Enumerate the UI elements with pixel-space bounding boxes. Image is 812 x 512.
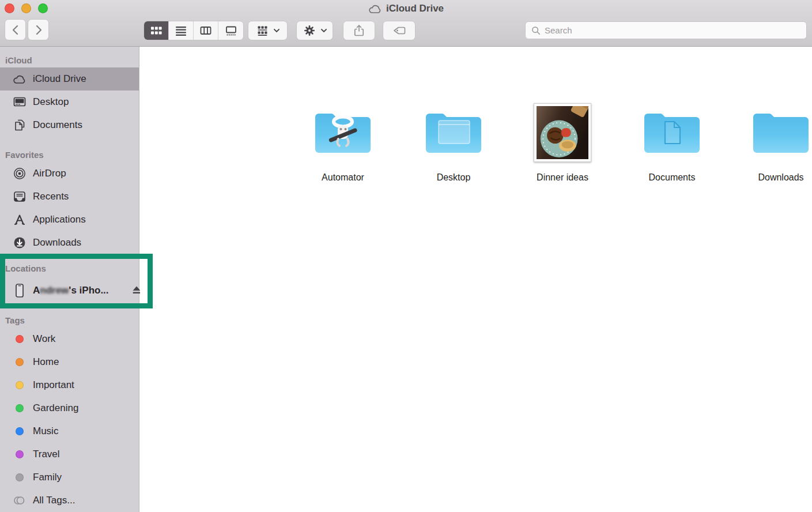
share-button[interactable] xyxy=(343,21,375,40)
title-toolbar: iCloud Drive xyxy=(0,0,812,47)
sidebar-item-label: Applications xyxy=(33,214,86,225)
cloud-icon xyxy=(368,4,382,14)
folder-icon xyxy=(410,103,497,162)
tag-label: Work xyxy=(33,333,55,345)
desktop-icon xyxy=(13,95,27,109)
sidebar-item-tag-music[interactable]: Music xyxy=(0,420,139,443)
sidebar-item-airdrop[interactable]: AirDrop xyxy=(0,162,139,185)
folder-icon xyxy=(629,103,715,162)
sidebar-item-downloads[interactable]: Downloads xyxy=(0,231,139,254)
list-view-icon xyxy=(174,24,188,37)
sidebar-item-documents[interactable]: Documents xyxy=(0,114,139,137)
sidebar-item-label: iCloud Drive xyxy=(33,73,86,85)
sidebar-item-iphone[interactable]: Andrew's iPho... xyxy=(0,279,139,302)
sidebar-item-recents[interactable]: Recents xyxy=(0,185,139,208)
folder-automator[interactable]: Automator xyxy=(300,103,386,162)
device-name-obscured: ndrew xyxy=(40,285,69,296)
tag-label: Travel xyxy=(33,449,60,460)
tag-dot-orange xyxy=(16,358,24,366)
search-field[interactable] xyxy=(525,21,807,39)
chevron-right-icon xyxy=(33,24,44,36)
folder-desktop[interactable]: Desktop xyxy=(410,103,497,162)
list-view-button[interactable] xyxy=(169,21,194,40)
downloads-circle-icon xyxy=(13,236,27,250)
device-name: Andrew's iPho... xyxy=(33,285,109,296)
sidebar-item-icloud-drive[interactable]: iCloud Drive xyxy=(0,67,139,91)
tag-label: Family xyxy=(33,472,62,483)
folder-icon xyxy=(300,103,386,162)
folder-downloads[interactable]: Downloads xyxy=(738,103,812,162)
airdrop-icon xyxy=(13,167,27,180)
tag-dot-gray xyxy=(16,473,24,481)
file-label: Downloads xyxy=(738,172,812,183)
sidebar-item-tag-gardening[interactable]: Gardening xyxy=(0,397,139,420)
sidebar-item-all-tags[interactable]: All Tags... xyxy=(0,489,139,512)
section-header-tags: Tags xyxy=(0,314,139,327)
group-by-button[interactable] xyxy=(248,21,288,40)
sidebar-item-label: Recents xyxy=(33,191,69,202)
section-header-icloud: iCloud xyxy=(0,54,139,67)
sidebar-item-desktop[interactable]: Desktop xyxy=(0,91,139,114)
file-browser-content: Automator Desktop xyxy=(140,47,812,512)
search-input[interactable] xyxy=(545,25,801,35)
sidebar-item-tag-home[interactable]: Home xyxy=(0,351,139,374)
chevron-down-icon xyxy=(274,29,280,33)
window-title-text: iCloud Drive xyxy=(386,3,444,14)
all-tags-icon xyxy=(13,494,27,507)
tag-label: All Tags... xyxy=(33,495,75,506)
file-label: Dinner ideas xyxy=(519,172,606,183)
sidebar-item-label: AirDrop xyxy=(33,168,66,179)
file-label: Desktop xyxy=(410,172,497,183)
tag-label: Important xyxy=(33,379,74,391)
sidebar: iCloud iCloud Drive Desktop xyxy=(0,47,139,512)
tag-dot-yellow xyxy=(16,381,24,389)
share-icon xyxy=(352,24,366,37)
search-icon xyxy=(531,25,541,36)
file-label: Documents xyxy=(629,172,715,183)
applications-icon xyxy=(13,213,27,227)
sidebar-item-label: Downloads xyxy=(33,237,81,249)
icon-view-icon xyxy=(149,24,163,37)
tag-dot-green xyxy=(16,404,24,412)
window-overlay-badge xyxy=(439,121,470,144)
tag-dot-blue xyxy=(16,427,24,435)
documents-icon xyxy=(13,118,27,132)
sidebar-item-tag-work[interactable]: Work xyxy=(0,327,139,351)
tag-label: Music xyxy=(33,426,58,437)
tag-label: Gardening xyxy=(33,402,78,414)
sidebar-item-tag-family[interactable]: Family xyxy=(0,466,139,489)
file-label: Automator xyxy=(300,172,386,183)
column-view-button[interactable] xyxy=(194,21,218,40)
image-dinner-ideas[interactable]: Dinner ideas xyxy=(519,103,606,162)
sidebar-item-tag-important[interactable]: Important xyxy=(0,374,139,397)
folder-documents[interactable]: Documents xyxy=(629,103,715,162)
photo-thumbnail xyxy=(534,103,591,162)
gear-icon xyxy=(303,24,316,37)
cloud-icon xyxy=(13,72,27,86)
finder-window: iCloud Drive xyxy=(0,0,812,512)
column-view-icon xyxy=(199,24,213,37)
folder-icon xyxy=(738,103,812,162)
sidebar-item-applications[interactable]: Applications xyxy=(0,208,139,231)
tag-dot-red xyxy=(16,335,24,343)
back-button[interactable] xyxy=(5,19,26,40)
gallery-view-button[interactable] xyxy=(218,21,243,40)
section-header-locations: Locations xyxy=(0,262,139,276)
tag-icon xyxy=(392,24,407,37)
action-menu-button[interactable] xyxy=(296,21,333,40)
tag-button[interactable] xyxy=(383,21,416,40)
recents-icon xyxy=(13,190,27,204)
forward-button[interactable] xyxy=(28,19,49,40)
tag-label: Home xyxy=(33,356,59,368)
window-title: iCloud Drive xyxy=(0,2,812,15)
sidebar-item-label: Documents xyxy=(33,119,82,131)
group-by-icon xyxy=(256,24,269,37)
gallery-view-icon xyxy=(224,24,238,37)
iphone-icon xyxy=(13,284,27,298)
document-outline-badge xyxy=(665,122,680,144)
view-switcher xyxy=(143,21,244,40)
section-header-favorites: Favorites xyxy=(0,148,139,162)
chevron-left-icon xyxy=(10,24,21,36)
icon-view-button[interactable] xyxy=(144,21,169,40)
sidebar-item-tag-travel[interactable]: Travel xyxy=(0,443,139,466)
